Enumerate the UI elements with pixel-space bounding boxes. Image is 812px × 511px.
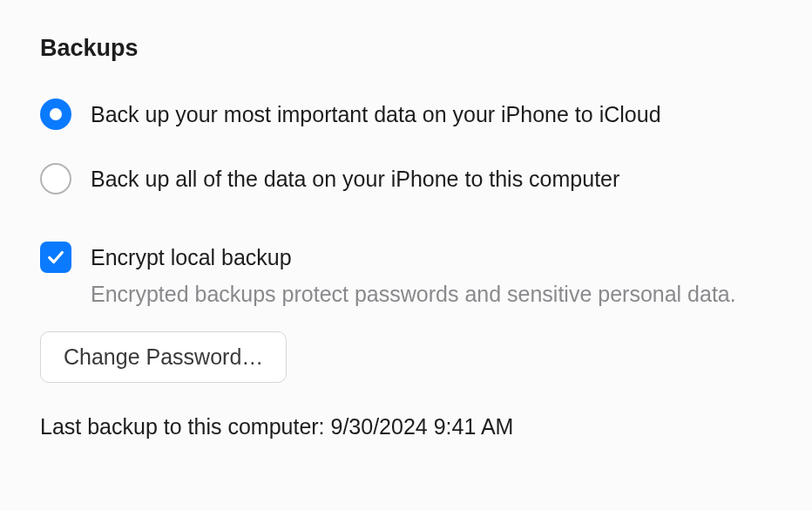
encrypt-content: Encrypt local backup Encrypted backups p… [91,242,736,307]
encrypt-description: Encrypted backups protect passwords and … [91,282,736,307]
backups-panel: Backups Back up your most important data… [0,0,812,474]
last-backup-text: Last backup to this computer: 9/30/2024 … [40,414,772,439]
encrypt-checkbox[interactable] [40,242,71,273]
radio-unselected-icon [40,163,71,194]
radio-selected-icon [40,99,71,130]
backup-option-icloud-label: Back up your most important data on your… [91,102,661,127]
backup-option-icloud[interactable]: Back up your most important data on your… [40,99,772,130]
backup-option-local[interactable]: Back up all of the data on your iPhone t… [40,163,772,194]
change-password-button[interactable]: Change Password… [40,331,287,383]
encrypt-label: Encrypt local backup [91,242,736,273]
backup-option-local-label: Back up all of the data on your iPhone t… [91,167,619,192]
checkmark-icon [46,248,65,267]
encrypt-local-backup-row: Encrypt local backup Encrypted backups p… [40,242,772,307]
section-title: Backups [40,35,772,62]
